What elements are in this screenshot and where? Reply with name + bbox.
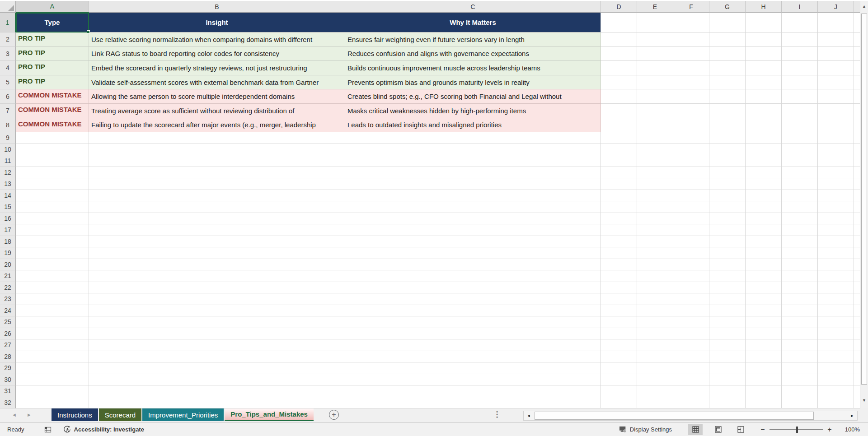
cell-G17[interactable] — [709, 224, 746, 236]
cell-A28[interactable] — [16, 351, 89, 363]
cell-F27[interactable] — [673, 339, 709, 351]
cell-B2[interactable]: Use relative scoring normalization when … — [89, 32, 345, 47]
cell-C27[interactable] — [345, 339, 601, 351]
cell-H4[interactable] — [746, 61, 782, 75]
cell-B30[interactable] — [89, 374, 345, 386]
cell-C16[interactable] — [345, 213, 601, 225]
cell-H23[interactable] — [746, 293, 782, 305]
row-header-29[interactable]: 29 — [0, 362, 16, 374]
cell-F15[interactable] — [673, 201, 709, 213]
cell-F24[interactable] — [673, 305, 709, 317]
column-header-A[interactable]: A — [16, 1, 89, 13]
cell-I8[interactable] — [782, 118, 818, 133]
cell-I24[interactable] — [782, 305, 818, 317]
cell-H12[interactable] — [746, 167, 782, 179]
cell-F9[interactable] — [673, 132, 709, 144]
cell-C24[interactable] — [345, 305, 601, 317]
cell-D14[interactable] — [601, 190, 637, 202]
cell-B26[interactable] — [89, 328, 345, 340]
row-header-4[interactable]: 4 — [0, 61, 16, 75]
cell-J19[interactable] — [818, 247, 854, 259]
scroll-left-icon[interactable]: ◄ — [524, 411, 534, 420]
column-header-F[interactable]: F — [673, 1, 709, 13]
cell-H18[interactable] — [746, 236, 782, 248]
cell-B17[interactable] — [89, 224, 345, 236]
cell-B21[interactable] — [89, 270, 345, 282]
cell-F17[interactable] — [673, 224, 709, 236]
sheet-tab-pro-tips-and-mistakes[interactable]: Pro_Tips_and_Mistakes — [225, 408, 314, 421]
cell-B16[interactable] — [89, 213, 345, 225]
cell-H9[interactable] — [746, 132, 782, 144]
cell-A2[interactable]: PRO TIP — [16, 32, 89, 47]
cell-E30[interactable] — [637, 374, 673, 386]
cell-A27[interactable] — [16, 339, 89, 351]
cell-G22[interactable] — [709, 282, 746, 294]
cell-C2[interactable]: Ensures fair weighting even if future ve… — [345, 32, 601, 47]
cell-D25[interactable] — [601, 316, 637, 328]
cell-A23[interactable] — [16, 293, 89, 305]
column-header-B[interactable]: B — [89, 1, 345, 13]
cell-A4[interactable]: PRO TIP — [16, 61, 89, 75]
cell-I1[interactable] — [782, 13, 818, 32]
cell-J16[interactable] — [818, 213, 854, 225]
cell-C21[interactable] — [345, 270, 601, 282]
cell-F21[interactable] — [673, 270, 709, 282]
cell-J18[interactable] — [818, 236, 854, 248]
cell-B28[interactable] — [89, 351, 345, 363]
cell-D19[interactable] — [601, 247, 637, 259]
cell-I26[interactable] — [782, 328, 818, 340]
cell-J2[interactable] — [818, 32, 854, 47]
cell-G1[interactable] — [709, 13, 746, 32]
cell-J10[interactable] — [818, 144, 854, 156]
sheet-tab-instructions[interactable]: Instructions — [52, 408, 98, 421]
row-header-15[interactable]: 15 — [0, 201, 16, 213]
cell-B27[interactable] — [89, 339, 345, 351]
cell-E13[interactable] — [637, 178, 673, 190]
cell-G31[interactable] — [709, 385, 746, 397]
cell-E4[interactable] — [637, 61, 673, 75]
cell-F8[interactable] — [673, 118, 709, 133]
cell-F30[interactable] — [673, 374, 709, 386]
cell-F18[interactable] — [673, 236, 709, 248]
cell-A10[interactable] — [16, 144, 89, 156]
row-header-17[interactable]: 17 — [0, 224, 16, 236]
cell-A8[interactable]: COMMON MISTAKE — [16, 118, 89, 133]
cell-I31[interactable] — [782, 385, 818, 397]
cell-F13[interactable] — [673, 178, 709, 190]
cell-J15[interactable] — [818, 201, 854, 213]
cell-F32[interactable] — [673, 397, 709, 408]
cell-F29[interactable] — [673, 362, 709, 374]
cell-A22[interactable] — [16, 282, 89, 294]
cell-J31[interactable] — [818, 385, 854, 397]
cell-H7[interactable] — [746, 104, 782, 118]
column-header-C[interactable]: C — [345, 1, 601, 13]
cell-A16[interactable] — [16, 213, 89, 225]
cell-I7[interactable] — [782, 104, 818, 118]
cell-H11[interactable] — [746, 155, 782, 167]
cell-E2[interactable] — [637, 32, 673, 47]
scrollbar-resize-grip[interactable]: ••• — [496, 411, 498, 419]
cell-J9[interactable] — [818, 132, 854, 144]
cell-F28[interactable] — [673, 351, 709, 363]
cell-C10[interactable] — [345, 144, 601, 156]
cell-H26[interactable] — [746, 328, 782, 340]
cell-J6[interactable] — [818, 89, 854, 104]
cell-F26[interactable] — [673, 328, 709, 340]
cell-A31[interactable] — [16, 385, 89, 397]
cell-A7[interactable]: COMMON MISTAKE — [16, 104, 89, 118]
cell-D21[interactable] — [601, 270, 637, 282]
row-header-12[interactable]: 12 — [0, 167, 16, 179]
cell-D15[interactable] — [601, 201, 637, 213]
cell-A30[interactable] — [16, 374, 89, 386]
cell-J3[interactable] — [818, 47, 854, 61]
cell-F10[interactable] — [673, 144, 709, 156]
tab-scroll-left-icon[interactable]: ◄ — [12, 412, 17, 417]
row-header-1[interactable]: 1 — [0, 13, 16, 32]
cell-J4[interactable] — [818, 61, 854, 75]
cell-E10[interactable] — [637, 144, 673, 156]
cell-C20[interactable] — [345, 259, 601, 271]
cell-A25[interactable] — [16, 316, 89, 328]
cell-D22[interactable] — [601, 282, 637, 294]
cell-J26[interactable] — [818, 328, 854, 340]
cell-E27[interactable] — [637, 339, 673, 351]
